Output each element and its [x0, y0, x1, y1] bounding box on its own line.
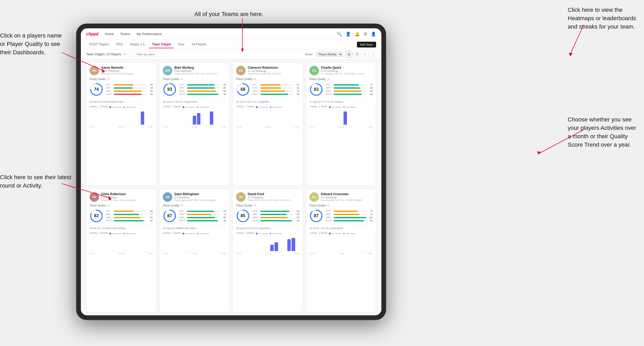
chart-bar-item	[141, 111, 144, 125]
edit-icon[interactable]: ✏	[124, 52, 126, 56]
quality-circle[interactable]: 82	[90, 209, 103, 223]
activity-label: Activity · 1 Month	[163, 105, 181, 108]
latest-round[interactable]: 26 Aug 23 | 84 (+12), Royal North Devon …	[236, 225, 299, 230]
player-club: Sog Magjing Golf Club, United Kingdom	[174, 199, 226, 201]
sub-nav-pga[interactable]: PGA	[113, 41, 126, 48]
stat-value: 61	[295, 83, 299, 86]
chart-label: 4 Sep	[221, 252, 226, 255]
stat-bar-wrap	[187, 84, 220, 86]
activity-label: Activity · 1 Month	[236, 232, 254, 234]
show-select[interactable]: Player Activity	[316, 52, 343, 57]
stat-bar-wrap	[187, 94, 220, 95]
player-name[interactable]: Edward Crossman	[321, 192, 373, 196]
stat-value: 81	[148, 216, 153, 219]
quality-info-icon[interactable]: i	[107, 204, 110, 207]
nav-home[interactable]: Home	[105, 32, 114, 36]
grid-view-icon[interactable]: ⊞	[346, 51, 352, 58]
quality-number: 87	[314, 214, 319, 218]
filter-input[interactable]	[129, 52, 166, 57]
legend-on-course	[109, 106, 111, 108]
player-name[interactable]: Charlie Quick ✓	[321, 66, 373, 70]
stat-bar	[114, 87, 133, 89]
sub-nav-tour[interactable]: Tour	[175, 41, 187, 48]
nav-teams[interactable]: Teams	[120, 32, 130, 36]
quality-body: 87 OTT 73 APP 79 ARG 1	[309, 209, 373, 223]
quality-circle[interactable]: 83	[309, 83, 323, 96]
stat-label: PUTT	[106, 93, 112, 95]
latest-round-text: 26 Aug 23 | 73 (+1), Royal North Devon G…	[163, 100, 200, 103]
stat-bar-wrap	[334, 84, 367, 86]
player-name[interactable]: Cameron Robertson ✓	[248, 66, 299, 70]
quality-info-icon[interactable]: i	[107, 77, 110, 81]
player-info: Dave Billingham 1-5 Handicap Sog Magjing…	[174, 192, 226, 201]
stat-label: PUTT	[179, 93, 185, 95]
avatar-icon[interactable]: 👤	[371, 31, 376, 36]
quality-circle[interactable]: 85	[236, 209, 250, 223]
latest-round[interactable]: 04 Sep 23 | Mobility with coach, Gym →	[163, 225, 226, 230]
quality-info-icon[interactable]: i	[180, 77, 183, 81]
player-name[interactable]: David Ford	[248, 192, 299, 196]
nav-logo[interactable]: clippd	[86, 32, 98, 36]
sub-nav-team-clippd[interactable]: Team Clippd	[149, 41, 174, 48]
quality-info-icon[interactable]: i	[253, 204, 257, 207]
stat-value: 73	[368, 210, 373, 212]
latest-round-arrow: →	[150, 227, 153, 230]
quality-circle[interactable]: 87	[163, 209, 176, 223]
legend-on-course-text: On course	[112, 232, 122, 235]
sub-nav-hcaps[interactable]: Hcaps 1-5	[127, 41, 148, 48]
quality-label: Player Quality i	[90, 204, 153, 207]
quality-circle[interactable]: 93	[163, 83, 176, 96]
filter-view-icon[interactable]: ▿	[361, 51, 368, 58]
quality-label: Player Quality i	[309, 204, 373, 207]
player-card[interactable]: CQ Charlie Quick ✓ 6-10 Handicap St. Geo…	[306, 62, 376, 186]
stat-value: 83	[295, 216, 299, 219]
player-card[interactable]: AN Aaron Nicholls ✓ 11-15 Handicap Drift…	[86, 62, 156, 186]
stat-bar-wrap	[334, 214, 367, 215]
stat-bar-wrap	[114, 84, 147, 86]
player-card[interactable]: DF David Ford 1-5 Handicap Royal North D…	[233, 189, 303, 312]
quality-circle[interactable]: 68	[236, 83, 250, 96]
quality-number: 74	[94, 87, 99, 92]
player-card[interactable]: BM Blair McHarg ✓ Plus Handicap Royal No…	[159, 62, 230, 186]
stat-bar-wrap	[334, 94, 367, 95]
search-icon[interactable]: 🔍	[337, 31, 342, 36]
player-card[interactable]: EC Edward Crossman 1-5 Handicap Sunningd…	[306, 189, 376, 312]
latest-round-arrow: →	[370, 227, 373, 230]
quality-info-icon[interactable]: i	[180, 204, 183, 207]
user-icon[interactable]: 👤	[346, 31, 351, 36]
stat-label: OTT	[106, 83, 112, 86]
bell-icon[interactable]: 🔔	[355, 31, 360, 36]
legend-off-course-text: Off course	[272, 232, 282, 235]
add-team-button[interactable]: Add Team	[357, 42, 376, 47]
latest-round[interactable]: 26 Aug 23 | 73 (+1), Royal North Devon G…	[163, 98, 226, 103]
list-view-icon[interactable]: ☰	[354, 51, 360, 58]
player-name[interactable]: Aaron Nicholls ✓	[101, 66, 153, 70]
quality-circle[interactable]: 87	[309, 209, 323, 223]
player-card[interactable]: DB Dave Billingham 1-5 Handicap Sog Magj…	[159, 189, 230, 312]
latest-round[interactable]: 03 Mar 23 | 19, Must make putting →	[90, 225, 153, 230]
settings-icon[interactable]: ⚙	[363, 31, 367, 36]
player-name[interactable]: Dave Billingham	[174, 192, 226, 196]
latest-round[interactable]: 07 Aug 23 | 77 (+7), St George's Hill GC…	[309, 98, 373, 103]
sort-view-icon[interactable]: ↕	[369, 51, 376, 58]
stat-value: 85	[295, 93, 299, 95]
sub-nav-all-players[interactable]: All Players	[188, 41, 210, 48]
quality-info-icon[interactable]: i	[253, 77, 257, 81]
stats-grid: OTT 73 APP 79 ARG 103 PUTT	[326, 210, 373, 222]
quality-info-icon[interactable]: i	[327, 204, 330, 207]
quality-info-icon[interactable]: i	[327, 77, 330, 81]
legend-off-course	[123, 106, 125, 108]
sub-nav-pgat[interactable]: PGAT Players	[86, 41, 112, 48]
latest-round[interactable]: 18 Jul 23 | 74 (+4), Sunningdale GC - Ol…	[309, 225, 373, 230]
latest-round[interactable]: 02 Jul 23 | 59 (+17), Craigmillar Park G…	[236, 98, 299, 103]
quality-circle[interactable]: 74	[90, 83, 103, 96]
latest-round[interactable]: 02 Sep 23 | Sunset round to get back int…	[90, 98, 153, 103]
stat-value: 75	[295, 90, 299, 92]
player-card[interactable]: CR Cameron Robertson ✓ 11-15 Handicap Ro…	[233, 62, 303, 186]
stats-grid: OTT 82 APP 74 ARG 85 PUTT	[179, 210, 226, 222]
activity-label: Activity · 1 Month	[163, 232, 181, 234]
player-card[interactable]: CR Chris Robertson 1-5 Handicap Craigmil…	[86, 189, 156, 312]
player-name[interactable]: Blair McHarg ✓	[174, 66, 226, 70]
stat-label: ARG	[252, 216, 259, 219]
nav-my-performance[interactable]: My Performance	[137, 32, 162, 36]
